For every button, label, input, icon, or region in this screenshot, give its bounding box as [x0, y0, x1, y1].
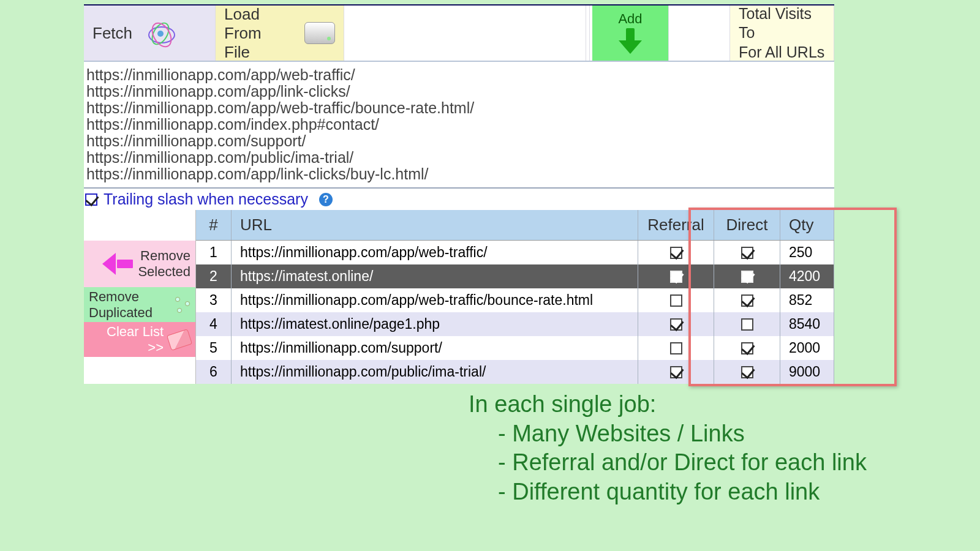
main-row: Remove Selected Remove Duplicated Clear … — [84, 210, 834, 384]
table-row[interactable]: 4https://imatest.online/page1.php8540 — [196, 312, 834, 336]
table-row[interactable]: 1https://inmillionapp.com/app/web-traffi… — [196, 241, 834, 264]
cell-referral[interactable] — [638, 264, 714, 288]
cell-qty[interactable]: 2000 — [780, 336, 834, 360]
cell-url: https://inmillionapp.com/public/ima-tria… — [232, 360, 638, 384]
cell-direct[interactable] — [714, 288, 780, 312]
cell-num: 5 — [196, 336, 232, 360]
cell-qty[interactable]: 9000 — [780, 360, 834, 384]
cell-qty[interactable]: 250 — [780, 241, 834, 264]
cell-referral[interactable] — [638, 312, 714, 336]
eraser-icon — [167, 329, 192, 351]
checkbox-icon — [670, 247, 682, 259]
url-line: https://inmillionapp.com/app/link-clicks… — [86, 166, 831, 182]
toolbar-spacer — [344, 6, 586, 61]
load-from-file-button[interactable]: Load From File — [216, 6, 344, 61]
checkbox-icon — [670, 342, 682, 354]
checkbox-icon — [670, 318, 682, 331]
table-row[interactable]: 6https://inmillionapp.com/public/ima-tri… — [196, 360, 834, 384]
arrow-down-icon — [620, 28, 641, 55]
checkbox-icon — [741, 318, 753, 331]
header-direct[interactable]: Direct — [714, 210, 780, 240]
cell-qty[interactable]: 852 — [780, 288, 834, 312]
cell-url: https://inmillionapp.com/app/web-traffic… — [232, 241, 638, 264]
url-textarea[interactable]: https://inmillionapp.com/app/web-traffic… — [84, 62, 834, 189]
checkbox-icon — [741, 342, 753, 354]
cell-num: 1 — [196, 241, 232, 264]
table-row[interactable]: 5https://inmillionapp.com/support/2000 — [196, 336, 834, 360]
grid-header: # URL Referral Direct Qty — [196, 210, 834, 241]
cell-url: https://inmillionapp.com/app/web-traffic… — [232, 288, 638, 312]
remove-selected-button[interactable]: Remove Selected — [84, 241, 195, 287]
caption-item: - Different quantity for each link — [469, 478, 867, 507]
options-row: Trailing slash when necessary ? — [84, 189, 834, 210]
table-row[interactable]: 3https://inmillionapp.com/app/web-traffi… — [196, 288, 834, 312]
cell-qty[interactable]: 8540 — [780, 312, 834, 336]
cell-direct[interactable] — [714, 264, 780, 288]
add-button[interactable]: Add — [592, 6, 669, 61]
cell-referral[interactable] — [638, 360, 714, 384]
cell-direct[interactable] — [714, 312, 780, 336]
url-line: https://inmillionapp.com/support/ — [86, 133, 831, 149]
side-buttons: Remove Selected Remove Duplicated Clear … — [84, 210, 195, 384]
remove-selected-label: Remove Selected — [138, 248, 190, 280]
clear-list-label: Clear List >> — [88, 324, 164, 356]
total-visits-button[interactable]: Total Visits To For All URLs — [730, 6, 834, 61]
side-spacer — [84, 210, 195, 241]
caption-item: - Referral and/or Direct for each link — [469, 448, 867, 478]
toolbar-gap — [671, 6, 730, 61]
toolbar: Fetch Load From File Add Total Visits To… — [84, 4, 834, 62]
load-label: Load From File — [224, 5, 291, 62]
checkbox-icon — [670, 366, 682, 378]
cell-referral[interactable] — [638, 241, 714, 264]
url-line: https://inmillionapp.com/app/web-traffic… — [86, 100, 831, 116]
cell-num: 3 — [196, 288, 232, 312]
add-label: Add — [618, 11, 642, 27]
remove-duplicated-button[interactable]: Remove Duplicated — [84, 287, 195, 322]
drive-icon — [304, 22, 335, 44]
help-icon[interactable]: ? — [319, 193, 333, 206]
arrow-left-icon — [102, 253, 133, 275]
cell-url: https://inmillionapp.com/support/ — [232, 336, 638, 360]
cell-referral[interactable] — [638, 288, 714, 312]
caption-item: - Many Websites / Links — [469, 419, 867, 449]
caption-heading: In each single job: — [469, 390, 867, 419]
url-line: https://inmillionapp.com/index.php#conta… — [86, 116, 831, 133]
checkbox-icon — [741, 271, 753, 283]
atom-icon — [146, 19, 174, 47]
header-num[interactable]: # — [196, 210, 232, 240]
url-line: https://inmillionapp.com/public/ima-tria… — [86, 149, 831, 166]
cell-direct[interactable] — [714, 336, 780, 360]
checkbox-icon — [670, 271, 682, 283]
cell-url: https://imatest.online/ — [232, 264, 638, 288]
url-line: https://inmillionapp.com/app/web-traffic… — [86, 67, 831, 83]
cell-direct[interactable] — [714, 241, 780, 264]
cell-referral[interactable] — [638, 336, 714, 360]
cell-direct[interactable] — [714, 360, 780, 384]
checkbox-icon — [85, 193, 97, 206]
header-qty[interactable]: Qty — [780, 210, 834, 240]
total-label: Total Visits To For All URLs — [739, 4, 825, 62]
header-referral[interactable]: Referral — [638, 210, 714, 240]
cell-num: 4 — [196, 312, 232, 336]
trailing-slash-checkbox[interactable]: Trailing slash when necessary — [85, 190, 308, 208]
fetch-label: Fetch — [92, 24, 132, 43]
header-url[interactable]: URL — [232, 210, 638, 240]
checkbox-icon — [741, 366, 753, 378]
clear-list-button[interactable]: Clear List >> — [84, 322, 195, 357]
table-row[interactable]: 2https://imatest.online/4200 — [196, 264, 834, 288]
app-window: Fetch Load From File Add Total Visits To… — [84, 4, 834, 384]
checkbox-icon — [741, 247, 753, 259]
cell-url: https://imatest.online/page1.php — [232, 312, 638, 336]
cell-qty[interactable]: 4200 — [780, 264, 834, 288]
cell-num: 6 — [196, 360, 232, 384]
dedupe-icon — [173, 296, 190, 313]
remove-duplicated-label: Remove Duplicated — [89, 289, 168, 321]
checkbox-icon — [741, 294, 753, 307]
fetch-button[interactable]: Fetch — [84, 6, 216, 61]
url-grid: # URL Referral Direct Qty 1https://inmil… — [195, 210, 834, 384]
divider — [586, 6, 590, 61]
trailing-slash-label: Trailing slash when necessary — [104, 190, 308, 208]
cell-num: 2 — [196, 264, 232, 288]
url-line: https://inmillionapp.com/app/link-clicks… — [86, 83, 831, 100]
annotation-caption: In each single job: - Many Websites / Li… — [469, 390, 867, 506]
